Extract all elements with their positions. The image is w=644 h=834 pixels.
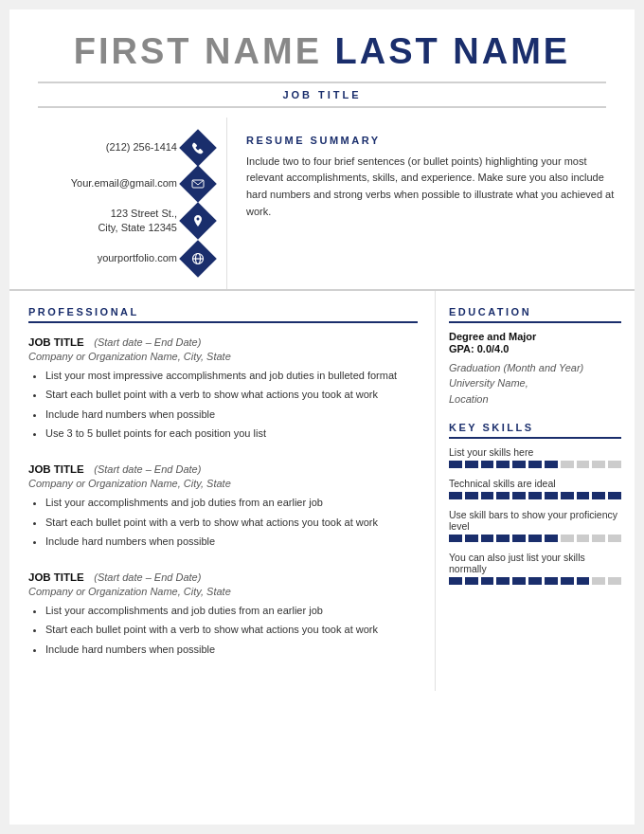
skill-label-3: Use skill bars to show your proficiency … bbox=[449, 509, 621, 532]
job-block-3: JOB TITLE (Start date – End Date) Compan… bbox=[28, 568, 418, 659]
skill-item-3: Use skill bars to show your proficiency … bbox=[449, 509, 621, 542]
professional-title: PROFESSIONAL bbox=[28, 306, 418, 323]
summary-text: Include two to four brief sentences (or … bbox=[246, 154, 616, 220]
education-section: EDUCATION Degree and Major GPA: 0.0/4.0 … bbox=[449, 306, 621, 408]
list-item: List your accomplishments and job duties… bbox=[45, 603, 418, 620]
contact-column: (212) 256-1414 Your.email@gmail.com bbox=[9, 118, 227, 289]
list-item: Start each bullet point with a verb to s… bbox=[45, 387, 418, 404]
summary-title: RESUME SUMMARY bbox=[246, 135, 616, 146]
education-title: EDUCATION bbox=[449, 306, 621, 323]
list-item: Use 3 to 5 bullet points for each positi… bbox=[45, 426, 418, 443]
edu-gpa: GPA: 0.0/4.0 bbox=[449, 343, 621, 354]
last-name: LAST NAME bbox=[335, 31, 571, 71]
skill-item-4: You can also just list your skills norma… bbox=[449, 552, 621, 585]
skill-label-1: List your skills here bbox=[449, 446, 621, 458]
job-title-line-3: JOB TITLE (Start date – End Date) bbox=[28, 568, 418, 585]
job-bullets-1: List your most impressive accomplishment… bbox=[28, 368, 418, 443]
list-item: List your most impressive accomplishment… bbox=[45, 368, 418, 385]
list-item: Include hard numbers when possible bbox=[45, 642, 418, 659]
list-item: Start each bullet point with a verb to s… bbox=[45, 515, 418, 532]
job-bullets-2: List your accomplishments and job duties… bbox=[28, 495, 418, 551]
skill-label-4: You can also just list your skills norma… bbox=[449, 552, 621, 574]
skill-bar-4 bbox=[449, 577, 621, 585]
address-text: 123 Street St., City, State 12345 bbox=[98, 207, 177, 236]
job-title-line-1: JOB TITLE (Start date – End Date) bbox=[28, 333, 418, 350]
portfolio-item: yourportfolio.com bbox=[28, 245, 211, 272]
job-block-1: JOB TITLE (Start date – End Date) Compan… bbox=[28, 333, 418, 443]
skill-item-1: List your skills here bbox=[449, 446, 621, 468]
header: FIRST NAME LAST NAME JOB TITLE bbox=[9, 9, 635, 118]
list-item: List your accomplishments and job duties… bbox=[45, 495, 418, 512]
phone-text: (212) 256-1414 bbox=[106, 140, 177, 154]
job-block-2: JOB TITLE (Start date – End Date) Compan… bbox=[28, 460, 418, 551]
right-column: EDUCATION Degree and Major GPA: 0.0/4.0 … bbox=[436, 291, 635, 691]
list-item: Start each bullet point with a verb to s… bbox=[45, 622, 418, 639]
resume-container: FIRST NAME LAST NAME JOB TITLE (212) 256… bbox=[9, 9, 635, 825]
skill-label-2: Technical skills are ideal bbox=[449, 478, 621, 489]
job-title-line-2: JOB TITLE (Start date – End Date) bbox=[28, 460, 418, 477]
phone-item: (212) 256-1414 bbox=[28, 135, 211, 161]
portfolio-icon bbox=[179, 240, 217, 278]
skill-item-2: Technical skills are ideal bbox=[449, 478, 621, 499]
skill-bar-3 bbox=[449, 535, 621, 542]
portfolio-text: yourportfolio.com bbox=[98, 251, 177, 265]
email-text: Your.email@gmail.com bbox=[71, 176, 177, 190]
email-icon bbox=[179, 165, 217, 203]
full-name: FIRST NAME LAST NAME bbox=[38, 32, 606, 72]
edu-graduation: Graduation (Month and Year) University N… bbox=[449, 360, 621, 408]
summary-column: RESUME SUMMARY Include two to four brief… bbox=[227, 118, 635, 289]
list-item: Include hard numbers when possible bbox=[45, 407, 418, 424]
top-section: (212) 256-1414 Your.email@gmail.com bbox=[9, 118, 635, 289]
phone-icon bbox=[179, 129, 217, 167]
skill-bar-1 bbox=[449, 461, 621, 468]
job-bullets-3: List your accomplishments and job duties… bbox=[28, 603, 418, 659]
main-section: PROFESSIONAL JOB TITLE (Start date – End… bbox=[9, 289, 635, 691]
skills-title: KEY SKILLS bbox=[449, 422, 621, 439]
address-icon bbox=[179, 202, 217, 240]
job-title-header: JOB TITLE bbox=[38, 89, 606, 100]
first-name: FIRST NAME bbox=[74, 31, 322, 71]
skill-bar-2 bbox=[449, 492, 621, 499]
list-item: Include hard numbers when possible bbox=[45, 534, 418, 551]
email-item: Your.email@gmail.com bbox=[28, 171, 211, 197]
address-item: 123 Street St., City, State 12345 bbox=[28, 207, 211, 236]
skills-section: KEY SKILLS List your skills here bbox=[449, 422, 621, 585]
edu-degree: Degree and Major bbox=[449, 331, 621, 342]
professional-column: PROFESSIONAL JOB TITLE (Start date – End… bbox=[9, 291, 436, 691]
